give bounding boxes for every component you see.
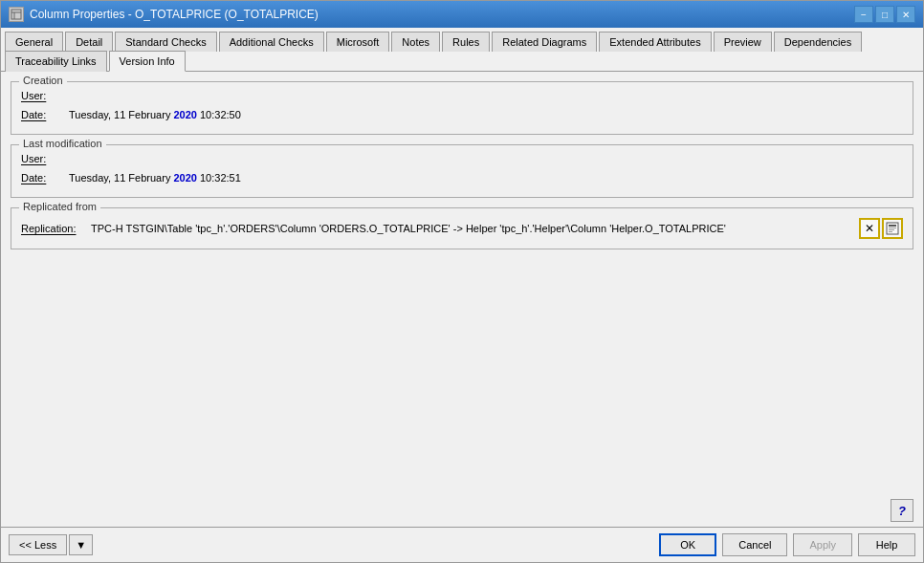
modification-date-value: Tuesday, 11 February 2020 10:32:51 xyxy=(69,172,241,184)
replication-row: Replication: TPC-H TSTGIN\Table 'tpc_h'.… xyxy=(21,218,903,239)
edit-icon xyxy=(886,222,899,235)
creation-date-value: Tuesday, 11 February 2020 10:32:50 xyxy=(69,109,241,120)
creation-legend: Creation xyxy=(19,75,67,86)
svg-rect-5 xyxy=(889,227,896,228)
tab-dependencies[interactable]: Dependencies xyxy=(774,32,862,52)
window-icon xyxy=(9,7,24,22)
content-area: Creation User: Date: Tuesday, 11 Februar… xyxy=(1,72,923,527)
tab-notes[interactable]: Notes xyxy=(391,32,440,52)
svg-rect-6 xyxy=(889,229,894,230)
title-controls: − □ ✕ xyxy=(854,6,915,23)
bottom-right-controls: OK Cancel Apply Help xyxy=(659,533,915,556)
creation-date-year: 2020 xyxy=(173,109,196,120)
last-modification-group: Last modification User: Date: Tuesday, 1… xyxy=(11,144,913,198)
bottom-left-controls: << Less ▼ xyxy=(9,534,93,555)
minimize-button[interactable]: − xyxy=(854,6,873,23)
help-icon-button[interactable]: ? xyxy=(891,499,913,522)
main-window: Column Properties - O_TOTALPRICE (O_TOTA… xyxy=(0,0,924,563)
help-button[interactable]: Help xyxy=(858,533,915,556)
tab-preview[interactable]: Preview xyxy=(714,32,772,52)
modification-date-label: Date: xyxy=(21,172,69,184)
replication-value: TPC-H TSTGIN\Table 'tpc_h'.'ORDERS'\Colu… xyxy=(91,223,851,234)
replication-buttons: ✕ xyxy=(859,218,903,239)
tab-rules[interactable]: Rules xyxy=(442,32,490,52)
close-button[interactable]: ✕ xyxy=(896,6,915,23)
tab-extended-attributes[interactable]: Extended Attributes xyxy=(599,32,711,52)
replication-clear-button[interactable]: ✕ xyxy=(859,218,880,239)
svg-rect-7 xyxy=(889,231,892,232)
apply-button[interactable]: Apply xyxy=(793,533,852,556)
creation-date-row: Date: Tuesday, 11 February 2020 10:32:50 xyxy=(21,105,903,124)
tab-general[interactable]: General xyxy=(5,32,63,52)
tabs-bar: General Detail Standard Checks Additiona… xyxy=(1,28,923,72)
cancel-button[interactable]: Cancel xyxy=(722,533,787,556)
modification-user-row: User: xyxy=(21,149,903,168)
modification-date-year: 2020 xyxy=(173,172,196,184)
tab-related-diagrams[interactable]: Related Diagrams xyxy=(492,32,597,52)
title-bar-left: Column Properties - O_TOTALPRICE (O_TOTA… xyxy=(9,7,319,22)
ok-button[interactable]: OK xyxy=(659,533,716,556)
help-icon-label: ? xyxy=(898,504,906,518)
creation-date-label: Date: xyxy=(21,109,69,120)
svg-rect-0 xyxy=(11,10,21,19)
modification-date-prefix: Tuesday, 11 February xyxy=(69,172,173,184)
maximize-button[interactable]: □ xyxy=(875,6,894,23)
creation-group: Creation User: Date: Tuesday, 11 Februar… xyxy=(11,81,913,135)
modification-date-time: 10:32:51 xyxy=(197,172,241,184)
replication-label: Replication: xyxy=(21,223,83,234)
tab-version-info[interactable]: Version Info xyxy=(109,51,186,72)
creation-user-row: User: xyxy=(21,86,903,105)
window-title: Column Properties - O_TOTALPRICE (O_TOTA… xyxy=(30,8,319,21)
replicated-from-legend: Replicated from xyxy=(19,201,100,212)
replication-edit-button[interactable] xyxy=(882,218,903,239)
arrow-button[interactable]: ▼ xyxy=(69,534,93,555)
modification-date-row: Date: Tuesday, 11 February 2020 10:32:51 xyxy=(21,168,903,187)
less-button[interactable]: << Less xyxy=(9,534,67,555)
replicated-from-group: Replicated from Replication: TPC-H TSTGI… xyxy=(11,207,913,249)
last-modification-legend: Last modification xyxy=(19,138,106,149)
tab-microsoft[interactable]: Microsoft xyxy=(326,32,390,52)
creation-user-label: User: xyxy=(21,90,69,101)
tab-detail[interactable]: Detail xyxy=(65,32,113,52)
creation-date-time: 10:32:50 xyxy=(197,109,241,120)
svg-rect-4 xyxy=(889,225,896,227)
arrow-icon: ▼ xyxy=(76,539,86,551)
title-bar: Column Properties - O_TOTALPRICE (O_TOTA… xyxy=(1,1,923,28)
modification-user-label: User: xyxy=(21,153,69,164)
tab-traceability-links[interactable]: Traceability Links xyxy=(5,51,107,72)
content-wrapper: Creation User: Date: Tuesday, 11 Februar… xyxy=(1,72,923,562)
creation-date-prefix: Tuesday, 11 February xyxy=(69,109,173,120)
tab-additional-checks[interactable]: Additional Checks xyxy=(219,32,324,52)
tab-standard-checks[interactable]: Standard Checks xyxy=(115,32,216,52)
bottom-bar: << Less ▼ OK Cancel Apply Help xyxy=(1,527,923,562)
